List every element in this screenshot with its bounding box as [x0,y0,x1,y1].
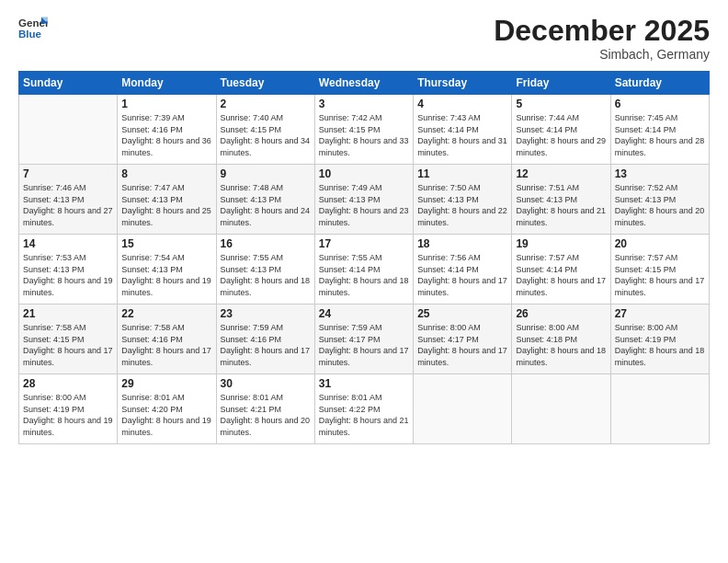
day-info: Sunrise: 7:54 AM Sunset: 4:13 PM Dayligh… [121,252,211,298]
day-number: 16 [221,237,311,250]
week-row-1: 7 Sunrise: 7:46 AM Sunset: 4:13 PM Dayli… [19,165,710,235]
calendar-table: Sunday Monday Tuesday Wednesday Thursday… [18,71,710,444]
day-cell: 3 Sunrise: 7:42 AM Sunset: 4:15 PM Dayli… [314,95,413,165]
sunset-text: Sunset: 4:15 PM [615,265,677,274]
day-info: Sunrise: 7:53 AM Sunset: 4:13 PM Dayligh… [23,252,113,298]
sunrise-text: Sunrise: 7:45 AM [615,113,678,122]
day-number: 12 [516,167,606,180]
daylight-text: Daylight: 8 hours and 17 minutes. [516,276,606,297]
daylight-text: Daylight: 8 hours and 20 minutes. [221,416,311,437]
day-cell: 6 Sunrise: 7:45 AM Sunset: 4:14 PM Dayli… [610,95,709,165]
day-info: Sunrise: 7:48 AM Sunset: 4:13 PM Dayligh… [221,182,311,228]
day-number: 30 [221,377,311,390]
day-number: 20 [615,237,705,250]
sunrise-text: Sunrise: 7:44 AM [516,113,579,122]
day-info: Sunrise: 8:00 AM Sunset: 4:19 PM Dayligh… [615,322,705,368]
day-info: Sunrise: 8:00 AM Sunset: 4:19 PM Dayligh… [23,392,113,438]
logo: General Blue [18,15,48,40]
sunrise-text: Sunrise: 7:59 AM [221,323,284,332]
day-info: Sunrise: 7:59 AM Sunset: 4:17 PM Dayligh… [319,322,409,368]
sunset-text: Sunset: 4:19 PM [615,335,677,344]
day-cell: 24 Sunrise: 7:59 AM Sunset: 4:17 PM Dayl… [314,304,413,374]
day-number: 1 [121,98,211,110]
sunrise-text: Sunrise: 8:00 AM [417,323,481,332]
day-number: 18 [417,237,507,250]
daylight-text: Daylight: 8 hours and 28 minutes. [615,136,705,157]
day-cell: 4 Sunrise: 7:43 AM Sunset: 4:14 PM Dayli… [414,95,512,165]
daylight-text: Daylight: 8 hours and 17 minutes. [23,346,113,367]
day-cell [414,374,512,444]
day-number: 14 [23,237,113,250]
daylight-text: Daylight: 8 hours and 21 minutes. [516,206,606,227]
daylight-text: Daylight: 8 hours and 18 minutes. [516,346,606,367]
day-number: 3 [319,98,409,110]
sunrise-text: Sunrise: 7:40 AM [221,113,284,122]
daylight-text: Daylight: 8 hours and 17 minutes. [417,276,507,297]
day-info: Sunrise: 7:49 AM Sunset: 4:13 PM Dayligh… [319,182,409,228]
day-cell: 27 Sunrise: 8:00 AM Sunset: 4:19 PM Dayl… [610,304,709,374]
day-info: Sunrise: 7:51 AM Sunset: 4:13 PM Dayligh… [516,182,606,228]
day-cell: 13 Sunrise: 7:52 AM Sunset: 4:13 PM Dayl… [610,165,709,235]
daylight-text: Daylight: 8 hours and 27 minutes. [23,206,113,227]
sunset-text: Sunset: 4:17 PM [417,335,479,344]
day-number: 13 [615,167,705,180]
sunset-text: Sunset: 4:16 PM [121,125,183,134]
day-number: 31 [319,377,409,390]
day-cell: 14 Sunrise: 7:53 AM Sunset: 4:13 PM Dayl… [19,235,118,304]
sunrise-text: Sunrise: 8:01 AM [221,393,284,402]
day-number: 9 [221,167,311,180]
daylight-text: Daylight: 8 hours and 22 minutes. [417,206,507,227]
sunrise-text: Sunrise: 7:58 AM [121,323,185,332]
day-cell: 18 Sunrise: 7:56 AM Sunset: 4:14 PM Dayl… [414,235,512,304]
day-info: Sunrise: 8:01 AM Sunset: 4:22 PM Dayligh… [319,392,409,438]
day-number: 29 [121,377,211,390]
day-cell: 9 Sunrise: 7:48 AM Sunset: 4:13 PM Dayli… [216,165,314,235]
calendar-header: Sunday Monday Tuesday Wednesday Thursday… [19,72,710,95]
day-cell: 2 Sunrise: 7:40 AM Sunset: 4:15 PM Dayli… [216,95,314,165]
day-info: Sunrise: 7:59 AM Sunset: 4:16 PM Dayligh… [221,322,311,368]
day-cell: 12 Sunrise: 7:51 AM Sunset: 4:13 PM Dayl… [512,165,610,235]
daylight-text: Daylight: 8 hours and 33 minutes. [319,136,409,157]
day-info: Sunrise: 7:39 AM Sunset: 4:16 PM Dayligh… [121,112,211,158]
day-number: 7 [23,167,113,180]
sunset-text: Sunset: 4:13 PM [221,265,282,274]
daylight-text: Daylight: 8 hours and 29 minutes. [516,136,606,157]
sunset-text: Sunset: 4:14 PM [516,265,577,274]
day-cell: 21 Sunrise: 7:58 AM Sunset: 4:15 PM Dayl… [19,304,118,374]
day-info: Sunrise: 7:57 AM Sunset: 4:15 PM Dayligh… [615,252,705,298]
day-info: Sunrise: 7:46 AM Sunset: 4:13 PM Dayligh… [23,182,113,228]
sunset-text: Sunset: 4:14 PM [319,265,381,274]
daylight-text: Daylight: 8 hours and 17 minutes. [221,346,311,367]
sunrise-text: Sunrise: 8:01 AM [319,393,382,402]
day-info: Sunrise: 7:56 AM Sunset: 4:14 PM Dayligh… [417,252,507,298]
sunrise-text: Sunrise: 7:59 AM [319,323,382,332]
week-row-2: 14 Sunrise: 7:53 AM Sunset: 4:13 PM Dayl… [19,235,710,304]
day-cell: 8 Sunrise: 7:47 AM Sunset: 4:13 PM Dayli… [118,165,216,235]
week-row-3: 21 Sunrise: 7:58 AM Sunset: 4:15 PM Dayl… [19,304,710,374]
header: General Blue December 2025 Simbach, Germ… [18,15,710,62]
sunset-text: Sunset: 4:14 PM [516,125,577,134]
day-cell: 23 Sunrise: 7:59 AM Sunset: 4:16 PM Dayl… [216,304,314,374]
day-cell: 28 Sunrise: 8:00 AM Sunset: 4:19 PM Dayl… [19,374,118,444]
day-info: Sunrise: 7:58 AM Sunset: 4:15 PM Dayligh… [23,322,113,368]
sunrise-text: Sunrise: 7:58 AM [23,323,86,332]
day-info: Sunrise: 8:01 AM Sunset: 4:20 PM Dayligh… [121,392,211,438]
daylight-text: Daylight: 8 hours and 19 minutes. [23,276,113,297]
day-info: Sunrise: 7:44 AM Sunset: 4:14 PM Dayligh… [516,112,606,158]
sunrise-text: Sunrise: 8:00 AM [23,393,86,402]
sunset-text: Sunset: 4:18 PM [516,335,577,344]
week-row-0: 1 Sunrise: 7:39 AM Sunset: 4:16 PM Dayli… [19,95,710,165]
sunset-text: Sunset: 4:14 PM [417,265,479,274]
sunset-text: Sunset: 4:13 PM [221,195,282,204]
day-cell: 7 Sunrise: 7:46 AM Sunset: 4:13 PM Dayli… [19,165,118,235]
sunset-text: Sunset: 4:16 PM [121,335,183,344]
col-friday: Friday [512,72,610,95]
sunrise-text: Sunrise: 7:39 AM [121,113,185,122]
day-cell: 20 Sunrise: 7:57 AM Sunset: 4:15 PM Dayl… [610,235,709,304]
svg-text:Blue: Blue [18,29,42,40]
sunset-text: Sunset: 4:22 PM [319,405,381,414]
daylight-text: Daylight: 8 hours and 17 minutes. [121,346,211,367]
sunrise-text: Sunrise: 8:01 AM [121,393,185,402]
daylight-text: Daylight: 8 hours and 17 minutes. [615,276,705,297]
title-block: December 2025 Simbach, Germany [494,15,710,62]
